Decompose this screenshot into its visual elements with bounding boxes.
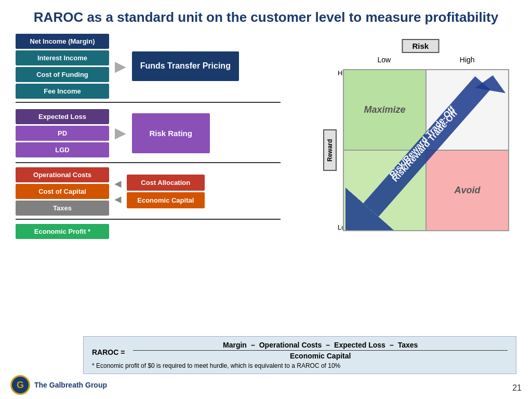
income-section: Net Income (Margin) Interest Income Cost… [16, 34, 296, 103]
risk-label: Risk [402, 39, 439, 53]
reward-label-area: Reward [323, 69, 337, 231]
income-section-row: Net Income (Margin) Interest Income Cost… [16, 34, 296, 99]
divider-1 [16, 102, 281, 103]
formula-op-costs: Operational Costs [259, 341, 322, 349]
risk-section: Expected Loss PD LGD ► Risk Rating [16, 107, 296, 163]
funds-transfer-label: Funds Transfer Pricing [132, 51, 239, 81]
formula-exp-loss: Expected Loss [334, 341, 385, 349]
economic-profit-box: Economic Profit * [16, 224, 109, 239]
risk-rating-right: Risk Rating [132, 113, 210, 153]
expected-loss-box: Expected Loss [16, 109, 109, 124]
net-income-box: Net Income (Margin) [16, 34, 109, 49]
arrow-right-risk: ► [111, 122, 130, 144]
content-area: Net Income (Margin) Interest Income Cost… [16, 34, 516, 247]
reward-box: Reward [323, 129, 337, 171]
logo-icon: G [10, 375, 30, 395]
logo-text: The Galbreath Group [34, 381, 107, 389]
formula-margin: Margin [223, 341, 247, 349]
cost-of-funding-box: Cost of Funding [16, 67, 109, 82]
right-matrix: Risk Low High Reward High Low Maximize [301, 39, 516, 247]
slide: RAROC as a standard unit on the customer… [0, 0, 532, 399]
formula-minus2: – [326, 341, 330, 349]
operational-costs-box: Operational Costs [16, 167, 109, 182]
cost-left-boxes: Operational Costs Cost of Capital Taxes [16, 167, 109, 216]
cell-top-left: Maximize [343, 70, 426, 150]
pd-box: PD [16, 126, 109, 141]
high-label: High [460, 56, 475, 64]
page-number: 21 [512, 383, 522, 393]
formula-numerator: Margin – Operational Costs – Expected Lo… [133, 341, 508, 349]
risk-rating-label: Risk Rating [132, 113, 210, 153]
cost-of-capital-box: Cost of Capital [16, 184, 109, 199]
cell-avoid: Avoid [426, 150, 509, 231]
risk-left-boxes: Expected Loss PD LGD [16, 109, 109, 157]
formula-taxes: Taxes [398, 341, 418, 349]
economic-profit-row: Economic Profit * [16, 224, 296, 239]
logo-area: G The Galbreath Group [10, 375, 107, 395]
slide-title: RAROC as a standard unit on the customer… [16, 9, 516, 25]
footnote-star: * [92, 362, 96, 369]
economic-capital-box: Economic Capital [127, 192, 205, 208]
cost-allocation-box: Cost Allocation [127, 175, 205, 191]
interest-income-box: Interest Income [16, 50, 109, 65]
cell-bottom-left [343, 150, 426, 231]
low-label: Low [377, 56, 391, 64]
arrow-right-income: ► [111, 57, 130, 76]
left-diagram: Net Income (Margin) Interest Income Cost… [16, 34, 296, 247]
formula-denominator: Economic Capital [133, 352, 508, 360]
risk-section-row: Expected Loss PD LGD ► Risk Rating [16, 107, 296, 159]
footnote-text: Economic profit of $0 is required to mee… [96, 362, 340, 369]
lgd-box: LGD [16, 142, 109, 157]
raroc-label: RAROC = [92, 341, 125, 356]
axis-top-labels: Low High [343, 56, 509, 64]
cost-right-boxes: Cost Allocation Economic Capital [127, 175, 205, 208]
cost-section-row: Operational Costs Cost of Capital Taxes … [16, 167, 296, 216]
income-left-boxes: Net Income (Margin) Interest Income Cost… [16, 34, 109, 99]
cost-section: Operational Costs Cost of Capital Taxes … [16, 167, 296, 220]
formula-minus3: – [390, 341, 394, 349]
cell-top-right [426, 70, 509, 150]
formula-divider [133, 350, 508, 351]
arrow-left-2: ◄ [112, 193, 124, 206]
formula-footnote-inline: * Economic profit of $0 is required to m… [92, 362, 508, 369]
divider-2 [16, 162, 281, 163]
formula-minus1: – [251, 341, 255, 349]
matrix-grid: Maximize Avoid [343, 69, 509, 231]
fee-income-box: Fee Income [16, 84, 109, 99]
divider-3 [16, 219, 281, 220]
funds-transfer-box: Funds Transfer Pricing [132, 51, 239, 81]
formula-area: RAROC = Margin – Operational Costs – Exp… [83, 336, 516, 374]
arrow-left-1: ◄ [112, 177, 124, 191]
taxes-box: Taxes [16, 201, 109, 216]
matrix-container: Risk Low High Reward High Low Maximize [312, 39, 514, 247]
